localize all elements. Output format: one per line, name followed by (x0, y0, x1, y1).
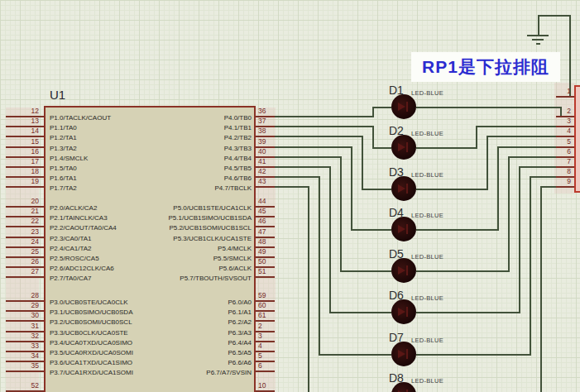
pin-number: 33 (6, 342, 39, 350)
wire[interactable] (275, 186, 308, 188)
wire[interactable] (275, 126, 372, 127)
pin-stub[interactable] (256, 276, 275, 278)
chip-pin-row: P1.1/TA0P4.1/TB1 (50, 122, 252, 132)
chip-pin-row: P3.1/UCB0SIMO/UCB0SDAP6.1/A1 (50, 307, 252, 317)
pin-stub[interactable] (556, 186, 574, 188)
led-d4[interactable] (391, 217, 416, 241)
wire[interactable] (308, 186, 309, 392)
wire[interactable] (538, 15, 571, 17)
pin-function-right: P6.1/A1 (228, 308, 252, 316)
wire[interactable] (540, 186, 542, 392)
wire[interactable] (416, 147, 476, 149)
pin-function-left: P3.2/UCB0SOMI/UCB0SCL (50, 318, 132, 326)
wire[interactable] (329, 166, 331, 313)
led-d3[interactable] (391, 176, 416, 201)
wire[interactable] (497, 146, 499, 231)
chip-pin-row: P1.2/TA1P4.2/TB2 (50, 132, 252, 142)
pin-number: 52 (6, 381, 39, 390)
pin-number: 22 (6, 217, 39, 225)
wire[interactable] (372, 126, 374, 149)
wire[interactable] (416, 229, 497, 231)
pin-function-right: P4.7/TBCLK (215, 184, 252, 192)
pin-number: 27 (6, 267, 39, 275)
pin-function-right: P6.4/A4 (228, 339, 252, 347)
led-diode-glyph (406, 265, 408, 275)
wire[interactable] (329, 312, 391, 313)
wire[interactable] (340, 156, 342, 272)
pin-stub[interactable] (6, 186, 44, 188)
pin-stub[interactable] (6, 370, 44, 372)
led-d5[interactable] (391, 258, 416, 283)
chip-pin-row: P2.5/ROSC/CA5P5.5/SMCLK (50, 253, 252, 263)
wire[interactable] (340, 270, 391, 272)
wire[interactable] (540, 186, 558, 188)
pin-function-right: P5.4/MCLK (218, 245, 252, 252)
wire[interactable] (530, 176, 558, 178)
annotation-rp1-note[interactable]: RP1是下拉排阻 (411, 52, 560, 82)
pin-number: 28 (6, 291, 39, 299)
wire[interactable] (416, 270, 508, 272)
pin-function-left: P3.3/UCB0CLK/UCA0STE (50, 329, 128, 337)
pin-stub[interactable] (256, 370, 275, 372)
chip-pin-row: P2.1/TAINCLK/CA3P5.1/UCB1SIMO/UCB1SDA (50, 213, 252, 222)
pin-number: 4 (559, 127, 571, 135)
pin-stub[interactable] (6, 276, 44, 278)
wire[interactable] (275, 166, 329, 168)
pin-number: 45 (258, 207, 276, 215)
wire[interactable] (319, 176, 320, 356)
wire[interactable] (351, 146, 352, 231)
wire[interactable] (275, 116, 372, 117)
wire[interactable] (275, 156, 340, 158)
pin-function-right: P5.6/ACLK (218, 265, 252, 272)
pin-number: 24 (6, 237, 39, 246)
led-part-label: LED-BLUE (411, 337, 443, 344)
pin-stub[interactable] (556, 96, 574, 98)
wire[interactable] (476, 126, 558, 127)
led-d7[interactable] (391, 342, 416, 366)
wire[interactable] (351, 229, 391, 231)
wire[interactable] (362, 189, 391, 190)
pin-number: 16 (6, 147, 39, 155)
chip-pin-row: P3.7/UCA1RXD/UCA1SOMIP6.7/A7/SVSIN (50, 367, 252, 377)
led-part-label: LED-BLUE (411, 377, 443, 385)
wire[interactable] (416, 107, 562, 108)
wire[interactable] (508, 156, 558, 158)
pin-number: 42 (258, 167, 276, 175)
wire[interactable] (319, 354, 391, 356)
resistor-network-rp1[interactable] (574, 85, 580, 193)
wire[interactable] (487, 136, 558, 137)
wire[interactable] (275, 136, 362, 137)
wire[interactable] (275, 146, 351, 148)
wire[interactable] (416, 312, 519, 313)
wire[interactable] (519, 166, 558, 168)
pin-function-right: P6.3/A3 (228, 329, 252, 337)
wire[interactable] (519, 166, 520, 313)
mcu-u1[interactable]: P1.0/TACLK/CAOUTP4.0/TB0 P1.1/TA0P4.1/TB… (44, 106, 256, 392)
wire[interactable] (476, 126, 477, 149)
wire[interactable] (362, 136, 363, 190)
wire[interactable] (416, 354, 530, 356)
wire[interactable] (487, 136, 488, 190)
led-diode-glyph (406, 102, 408, 112)
wire[interactable] (497, 146, 558, 148)
wire[interactable] (569, 15, 571, 98)
pin-stub[interactable] (256, 186, 275, 188)
pin-number: 15 (6, 137, 39, 146)
led-diode-glyph (398, 266, 405, 275)
led-d2[interactable] (391, 135, 416, 160)
led-d6[interactable] (391, 299, 416, 324)
wire[interactable] (508, 156, 510, 272)
pin-number: 21 (6, 207, 39, 215)
pin-number: 10 (258, 381, 276, 390)
wire[interactable] (275, 176, 319, 178)
wire[interactable] (538, 15, 539, 35)
wire[interactable] (372, 107, 391, 108)
led-d1[interactable] (391, 94, 416, 119)
led-diode-glyph (398, 184, 405, 193)
wire[interactable] (416, 189, 487, 190)
pin-function-left: P2.6/ADC12CLK/CA6 (50, 265, 114, 272)
wire[interactable] (530, 176, 531, 356)
wire[interactable] (372, 147, 391, 149)
pin-number: 1 (559, 87, 571, 95)
schematic-canvas[interactable]: U1 P1.0/TACLK/CAOUTP4.0/TB0 P1.1/TA0P4.1… (0, 0, 580, 392)
